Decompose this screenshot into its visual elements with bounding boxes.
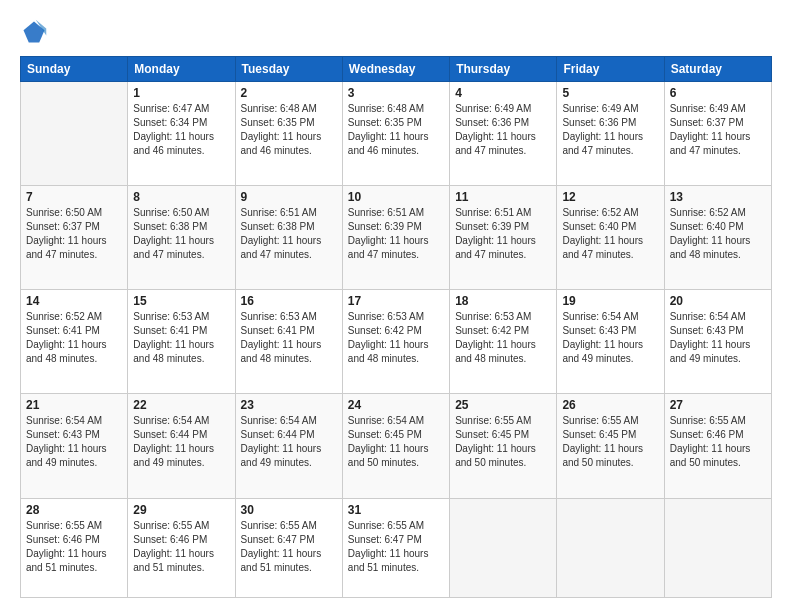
day-info: Sunrise: 6:53 AM Sunset: 6:41 PM Dayligh… <box>133 310 229 366</box>
calendar-cell: 21Sunrise: 6:54 AM Sunset: 6:43 PM Dayli… <box>21 394 128 498</box>
day-info: Sunrise: 6:55 AM Sunset: 6:47 PM Dayligh… <box>348 519 444 575</box>
calendar-cell: 19Sunrise: 6:54 AM Sunset: 6:43 PM Dayli… <box>557 290 664 394</box>
calendar-cell: 8Sunrise: 6:50 AM Sunset: 6:38 PM Daylig… <box>128 186 235 290</box>
calendar-cell: 17Sunrise: 6:53 AM Sunset: 6:42 PM Dayli… <box>342 290 449 394</box>
calendar-cell: 26Sunrise: 6:55 AM Sunset: 6:45 PM Dayli… <box>557 394 664 498</box>
calendar-cell: 11Sunrise: 6:51 AM Sunset: 6:39 PM Dayli… <box>450 186 557 290</box>
calendar-cell: 16Sunrise: 6:53 AM Sunset: 6:41 PM Dayli… <box>235 290 342 394</box>
calendar-cell: 27Sunrise: 6:55 AM Sunset: 6:46 PM Dayli… <box>664 394 771 498</box>
day-number: 2 <box>241 86 337 100</box>
day-number: 10 <box>348 190 444 204</box>
day-info: Sunrise: 6:49 AM Sunset: 6:36 PM Dayligh… <box>562 102 658 158</box>
day-number: 16 <box>241 294 337 308</box>
calendar-cell: 4Sunrise: 6:49 AM Sunset: 6:36 PM Daylig… <box>450 82 557 186</box>
day-number: 5 <box>562 86 658 100</box>
day-number: 28 <box>26 503 122 517</box>
day-number: 22 <box>133 398 229 412</box>
day-info: Sunrise: 6:50 AM Sunset: 6:37 PM Dayligh… <box>26 206 122 262</box>
calendar-cell <box>557 498 664 597</box>
day-number: 12 <box>562 190 658 204</box>
day-number: 9 <box>241 190 337 204</box>
day-number: 14 <box>26 294 122 308</box>
day-info: Sunrise: 6:54 AM Sunset: 6:44 PM Dayligh… <box>241 414 337 470</box>
day-number: 23 <box>241 398 337 412</box>
calendar-cell: 7Sunrise: 6:50 AM Sunset: 6:37 PM Daylig… <box>21 186 128 290</box>
calendar-cell: 25Sunrise: 6:55 AM Sunset: 6:45 PM Dayli… <box>450 394 557 498</box>
day-number: 11 <box>455 190 551 204</box>
day-info: Sunrise: 6:55 AM Sunset: 6:46 PM Dayligh… <box>26 519 122 575</box>
calendar-cell: 3Sunrise: 6:48 AM Sunset: 6:35 PM Daylig… <box>342 82 449 186</box>
day-info: Sunrise: 6:52 AM Sunset: 6:41 PM Dayligh… <box>26 310 122 366</box>
day-info: Sunrise: 6:54 AM Sunset: 6:45 PM Dayligh… <box>348 414 444 470</box>
week-row-4: 21Sunrise: 6:54 AM Sunset: 6:43 PM Dayli… <box>21 394 772 498</box>
calendar-cell: 20Sunrise: 6:54 AM Sunset: 6:43 PM Dayli… <box>664 290 771 394</box>
week-row-3: 14Sunrise: 6:52 AM Sunset: 6:41 PM Dayli… <box>21 290 772 394</box>
column-header-monday: Monday <box>128 57 235 82</box>
day-number: 29 <box>133 503 229 517</box>
column-header-saturday: Saturday <box>664 57 771 82</box>
calendar: SundayMondayTuesdayWednesdayThursdayFrid… <box>20 56 772 598</box>
calendar-cell: 10Sunrise: 6:51 AM Sunset: 6:39 PM Dayli… <box>342 186 449 290</box>
day-info: Sunrise: 6:53 AM Sunset: 6:41 PM Dayligh… <box>241 310 337 366</box>
logo-icon <box>20 18 48 46</box>
calendar-cell: 30Sunrise: 6:55 AM Sunset: 6:47 PM Dayli… <box>235 498 342 597</box>
day-number: 18 <box>455 294 551 308</box>
day-number: 4 <box>455 86 551 100</box>
page: SundayMondayTuesdayWednesdayThursdayFrid… <box>0 0 792 612</box>
week-row-2: 7Sunrise: 6:50 AM Sunset: 6:37 PM Daylig… <box>21 186 772 290</box>
day-number: 3 <box>348 86 444 100</box>
day-info: Sunrise: 6:49 AM Sunset: 6:36 PM Dayligh… <box>455 102 551 158</box>
day-info: Sunrise: 6:54 AM Sunset: 6:43 PM Dayligh… <box>670 310 766 366</box>
day-info: Sunrise: 6:51 AM Sunset: 6:39 PM Dayligh… <box>455 206 551 262</box>
day-info: Sunrise: 6:47 AM Sunset: 6:34 PM Dayligh… <box>133 102 229 158</box>
day-number: 17 <box>348 294 444 308</box>
calendar-cell: 13Sunrise: 6:52 AM Sunset: 6:40 PM Dayli… <box>664 186 771 290</box>
day-info: Sunrise: 6:48 AM Sunset: 6:35 PM Dayligh… <box>348 102 444 158</box>
calendar-cell: 28Sunrise: 6:55 AM Sunset: 6:46 PM Dayli… <box>21 498 128 597</box>
calendar-cell: 24Sunrise: 6:54 AM Sunset: 6:45 PM Dayli… <box>342 394 449 498</box>
calendar-cell <box>450 498 557 597</box>
day-number: 1 <box>133 86 229 100</box>
day-info: Sunrise: 6:53 AM Sunset: 6:42 PM Dayligh… <box>348 310 444 366</box>
day-info: Sunrise: 6:55 AM Sunset: 6:45 PM Dayligh… <box>455 414 551 470</box>
day-info: Sunrise: 6:53 AM Sunset: 6:42 PM Dayligh… <box>455 310 551 366</box>
week-row-1: 1Sunrise: 6:47 AM Sunset: 6:34 PM Daylig… <box>21 82 772 186</box>
calendar-cell: 2Sunrise: 6:48 AM Sunset: 6:35 PM Daylig… <box>235 82 342 186</box>
day-number: 24 <box>348 398 444 412</box>
day-info: Sunrise: 6:51 AM Sunset: 6:38 PM Dayligh… <box>241 206 337 262</box>
week-row-5: 28Sunrise: 6:55 AM Sunset: 6:46 PM Dayli… <box>21 498 772 597</box>
column-header-sunday: Sunday <box>21 57 128 82</box>
day-info: Sunrise: 6:55 AM Sunset: 6:47 PM Dayligh… <box>241 519 337 575</box>
day-number: 8 <box>133 190 229 204</box>
column-header-thursday: Thursday <box>450 57 557 82</box>
day-info: Sunrise: 6:49 AM Sunset: 6:37 PM Dayligh… <box>670 102 766 158</box>
calendar-cell: 5Sunrise: 6:49 AM Sunset: 6:36 PM Daylig… <box>557 82 664 186</box>
calendar-cell: 12Sunrise: 6:52 AM Sunset: 6:40 PM Dayli… <box>557 186 664 290</box>
column-header-tuesday: Tuesday <box>235 57 342 82</box>
calendar-cell: 29Sunrise: 6:55 AM Sunset: 6:46 PM Dayli… <box>128 498 235 597</box>
calendar-cell: 6Sunrise: 6:49 AM Sunset: 6:37 PM Daylig… <box>664 82 771 186</box>
column-header-friday: Friday <box>557 57 664 82</box>
calendar-cell: 1Sunrise: 6:47 AM Sunset: 6:34 PM Daylig… <box>128 82 235 186</box>
day-number: 7 <box>26 190 122 204</box>
day-info: Sunrise: 6:50 AM Sunset: 6:38 PM Dayligh… <box>133 206 229 262</box>
day-info: Sunrise: 6:54 AM Sunset: 6:43 PM Dayligh… <box>562 310 658 366</box>
calendar-cell: 22Sunrise: 6:54 AM Sunset: 6:44 PM Dayli… <box>128 394 235 498</box>
day-number: 19 <box>562 294 658 308</box>
day-number: 6 <box>670 86 766 100</box>
calendar-cell <box>664 498 771 597</box>
day-number: 13 <box>670 190 766 204</box>
day-info: Sunrise: 6:52 AM Sunset: 6:40 PM Dayligh… <box>562 206 658 262</box>
day-info: Sunrise: 6:48 AM Sunset: 6:35 PM Dayligh… <box>241 102 337 158</box>
calendar-cell: 23Sunrise: 6:54 AM Sunset: 6:44 PM Dayli… <box>235 394 342 498</box>
day-number: 25 <box>455 398 551 412</box>
calendar-cell: 15Sunrise: 6:53 AM Sunset: 6:41 PM Dayli… <box>128 290 235 394</box>
day-number: 20 <box>670 294 766 308</box>
calendar-cell: 31Sunrise: 6:55 AM Sunset: 6:47 PM Dayli… <box>342 498 449 597</box>
day-number: 15 <box>133 294 229 308</box>
day-info: Sunrise: 6:51 AM Sunset: 6:39 PM Dayligh… <box>348 206 444 262</box>
day-info: Sunrise: 6:52 AM Sunset: 6:40 PM Dayligh… <box>670 206 766 262</box>
day-number: 27 <box>670 398 766 412</box>
column-header-wednesday: Wednesday <box>342 57 449 82</box>
day-info: Sunrise: 6:55 AM Sunset: 6:46 PM Dayligh… <box>670 414 766 470</box>
